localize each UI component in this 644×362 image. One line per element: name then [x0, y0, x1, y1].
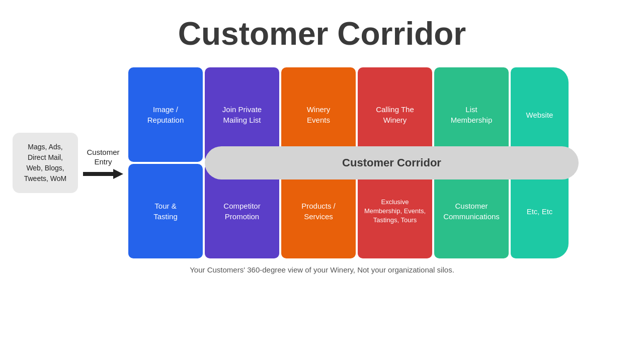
entry-label: CustomerEntry: [87, 147, 119, 167]
corridor-label: Customer Corridor: [342, 156, 441, 169]
tiles-wrapper: Image /Reputation Join PrivateMailing Li…: [128, 67, 631, 258]
diagram-area: Mags, Ads, Direct Mail, Web, Blogs, Twee…: [13, 67, 631, 258]
svg-marker-0: [83, 169, 123, 179]
page-title: Customer Corridor: [178, 15, 466, 52]
corridor-banner: Customer Corridor: [205, 146, 579, 179]
entry-label-area: CustomerEntry: [83, 147, 123, 179]
entry-section: Mags, Ads, Direct Mail, Web, Blogs, Twee…: [13, 133, 123, 193]
footer-text: Your Customers' 360-degree view of your …: [190, 265, 454, 274]
tile-image-reputation[interactable]: Image /Reputation: [128, 67, 203, 162]
entry-box: Mags, Ads, Direct Mail, Web, Blogs, Twee…: [13, 133, 78, 193]
tile-tour-tasting[interactable]: Tour &Tasting: [128, 164, 203, 258]
arrow-icon: [83, 169, 123, 179]
